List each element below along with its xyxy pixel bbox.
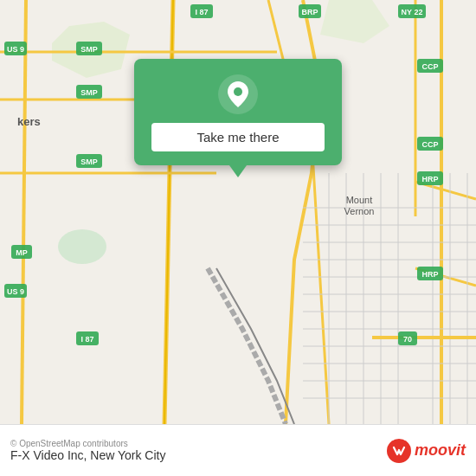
svg-text:SMP: SMP	[80, 45, 98, 54]
take-me-there-button[interactable]: Take me there	[151, 123, 325, 151]
location-pin-icon	[218, 74, 258, 114]
moovit-logo: moovit	[387, 439, 466, 463]
moovit-icon	[387, 439, 411, 463]
location-name: F-X Video Inc, New York City	[10, 448, 165, 462]
bottom-info: © OpenStreetMap contributors F-X Video I…	[10, 439, 165, 462]
svg-point-1	[58, 229, 106, 264]
svg-text:HRP: HRP	[421, 270, 438, 279]
svg-text:kers: kers	[17, 115, 41, 128]
svg-point-71	[234, 87, 242, 96]
svg-text:US 9: US 9	[7, 45, 24, 54]
map-container: I 87 BRP NY 22 US 9 SMP SMP SMP SBP CCP …	[0, 0, 476, 424]
svg-text:CCP: CCP	[421, 62, 438, 71]
map-attribution: © OpenStreetMap contributors	[10, 439, 165, 448]
svg-text:I 87: I 87	[195, 8, 208, 16]
svg-text:NY 22: NY 22	[402, 8, 423, 16]
svg-text:SMP: SMP	[80, 158, 98, 166]
bottom-bar: © OpenStreetMap contributors F-X Video I…	[0, 424, 476, 476]
svg-text:BRP: BRP	[301, 8, 318, 16]
location-popup: Take me there	[134, 59, 342, 165]
svg-text:70: 70	[403, 335, 412, 344]
svg-text:Mount: Mount	[346, 195, 373, 205]
svg-text:I 87: I 87	[80, 335, 93, 344]
svg-text:CCP: CCP	[421, 140, 438, 149]
svg-text:HRP: HRP	[421, 175, 438, 183]
svg-text:US 9: US 9	[7, 287, 24, 296]
svg-text:SMP: SMP	[80, 88, 98, 97]
svg-text:Vernon: Vernon	[344, 206, 375, 216]
moovit-brand-text: moovit	[415, 441, 466, 460]
svg-text:MP: MP	[16, 248, 28, 257]
